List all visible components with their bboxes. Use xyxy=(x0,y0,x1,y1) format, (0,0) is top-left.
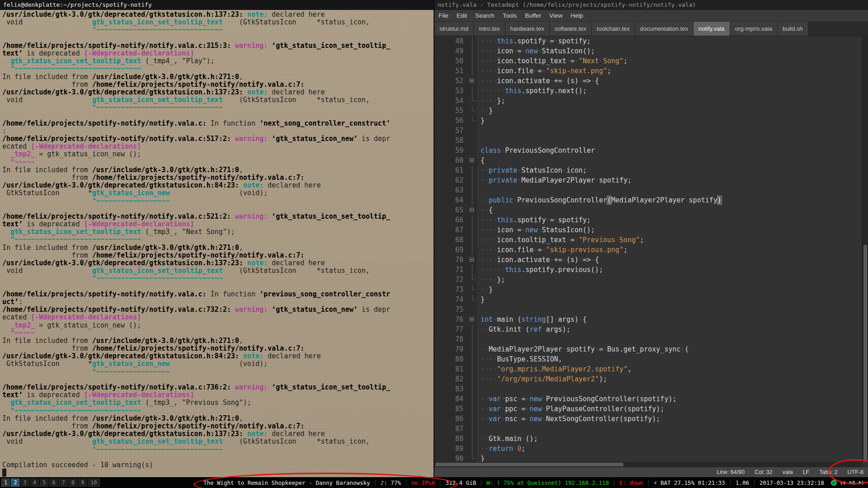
code-line[interactable]: 56} xyxy=(434,116,862,126)
tab-hardware-tex[interactable]: hardware.tex xyxy=(505,22,550,36)
code-line[interactable]: 54····}; xyxy=(434,96,862,106)
code-line[interactable]: 51····icon.file·=·"skip-next.png"; xyxy=(434,66,862,76)
code-text: ····icon·=·new·StatusIcon(); xyxy=(477,225,595,235)
code-line[interactable]: 64··public·PreviousSongController(MediaP… xyxy=(434,195,862,205)
horizontal-scrollbar-thumb[interactable] xyxy=(435,463,623,466)
code-line[interactable]: 72····}; xyxy=(434,275,862,285)
code-line[interactable]: 65··{ xyxy=(434,205,862,215)
code-line[interactable]: 78 xyxy=(434,334,862,344)
editor-titlebar[interactable]: notify.vala - Textadept (/home/felix/pro… xyxy=(434,0,868,10)
code-line[interactable]: 76int·main·(string[]·args)·{ xyxy=(434,314,862,324)
workspace-button-4[interactable]: 4 xyxy=(30,479,39,487)
code-line[interactable]: 53······this.spotify.next(); xyxy=(434,86,862,96)
line-number: 85 xyxy=(434,404,468,414)
terminal-titlebar[interactable]: felix@denkplatte:~/projects/spotify-noti… xyxy=(0,0,434,10)
tab-toolchain-tex[interactable]: toolchain.tex xyxy=(592,22,635,36)
menu-buffer[interactable]: Buffer xyxy=(521,10,545,21)
code-line[interactable]: 49····icon·=·new·StatusIcon(); xyxy=(434,46,862,56)
code-line[interactable]: 60{ xyxy=(434,155,862,165)
fold-marker[interactable] xyxy=(468,76,477,86)
terminal-output[interactable]: /usr/include/gtk-3.0/gtk/deprecated/gtks… xyxy=(0,10,434,477)
code-line[interactable]: 71······this.spotify.previous(); xyxy=(434,265,862,275)
code-line[interactable]: 84··var·psc·=·new·PreviousSongController… xyxy=(434,394,862,404)
code-line[interactable]: 80····BusType.SESSION, xyxy=(434,354,862,364)
line-number: 70 xyxy=(434,255,468,265)
code-line[interactable]: 48····this.spotify·=·spotify; xyxy=(434,36,862,46)
code-line[interactable]: 90} xyxy=(434,454,862,462)
workspace-button-7[interactable]: 7 xyxy=(59,479,67,487)
fold-marker[interactable] xyxy=(468,255,477,265)
status-clock: 2017-03-13 23:32:18 xyxy=(754,479,829,486)
code-line[interactable]: 87 xyxy=(434,424,862,434)
code-line[interactable]: 52····icon.activate·+=·(s)·=>·{ xyxy=(434,76,862,86)
line-number: 51 xyxy=(434,66,468,76)
workspace-button-9[interactable]: 9 xyxy=(78,479,87,487)
code-line[interactable]: 75 xyxy=(434,305,862,314)
workspace-button-3[interactable]: 3 xyxy=(20,479,29,487)
skip-next-tray-icon[interactable] xyxy=(858,479,864,486)
code-line[interactable]: 88··Gtk.main·(); xyxy=(434,434,862,444)
code-line[interactable]: 70····icon.activate·+=·(s)·=>·{ xyxy=(434,255,862,265)
tab-org-mpris-vala[interactable]: org-mpris.vala xyxy=(730,22,778,36)
code-line[interactable]: 74} xyxy=(434,295,862,305)
code-line[interactable]: 85··var·ppc·=·new·PlayPauseController(sp… xyxy=(434,404,862,414)
horizontal-scrollbar[interactable] xyxy=(434,462,862,467)
workspace-button-2[interactable]: 2 xyxy=(11,479,19,487)
code-text: ··var·nsc·=·new·NextSongController(spoti… xyxy=(477,414,660,424)
line-number: 80 xyxy=(434,354,468,364)
code-line[interactable]: 62··private·MediaPlayer2Player·spotify; xyxy=(434,175,862,185)
code-line[interactable]: 73··} xyxy=(434,285,862,295)
code-line[interactable]: 67····icon·=·new·StatusIcon(); xyxy=(434,225,862,235)
status-encoding: UTF-8 xyxy=(848,469,863,475)
spotify-tray-icon[interactable] xyxy=(830,479,837,486)
fold-marker xyxy=(468,225,477,235)
menu-edit[interactable]: Edit xyxy=(453,10,471,21)
menu-view[interactable]: View xyxy=(545,10,566,21)
code-line[interactable]: 55··} xyxy=(434,106,862,116)
code-line[interactable]: 69····icon.file·=·"skip-previous.png"; xyxy=(434,245,862,255)
tab-intro-tex[interactable]: intro.tex xyxy=(474,22,505,36)
workspace-button-5[interactable]: 5 xyxy=(40,479,48,487)
code-line[interactable]: 89··return·0; xyxy=(434,444,862,454)
code-line[interactable]: 50····icon.tooltip_text·=·"Next·Song"; xyxy=(434,56,862,66)
workspace-button-10[interactable]: 10 xyxy=(88,479,99,487)
terminal-line: /usr/include/gtk-3.0/gtk/deprecated/gtks… xyxy=(2,352,434,360)
vertical-scrollbar-thumb[interactable] xyxy=(863,245,867,462)
play-pause-tray-icon[interactable] xyxy=(849,479,855,486)
workspace-button-6[interactable]: 6 xyxy=(49,479,58,487)
menu-search[interactable]: Search xyxy=(471,10,499,21)
fold-marker[interactable] xyxy=(468,205,477,215)
code-line[interactable]: 86··var·nsc·=·new·NextSongController(spo… xyxy=(434,414,862,424)
code-line[interactable]: 82····"/org/mpris/MediaPlayer2"); xyxy=(434,374,862,384)
workspace-button-1[interactable]: 1 xyxy=(1,479,10,487)
code-line[interactable]: 77··Gtk.init·(ref·args); xyxy=(434,324,862,334)
code-line[interactable]: 79··MediaPlayer2Player·spotify·=·Bus.get… xyxy=(434,344,862,354)
vertical-scrollbar[interactable] xyxy=(862,36,868,462)
terminal-line xyxy=(2,376,434,384)
code-line[interactable]: 58 xyxy=(434,136,862,145)
code-line[interactable]: 81····"org.mpris.MediaPlayer2.spotify", xyxy=(434,364,862,374)
code-line[interactable]: 61··private·StatusIcon·icon; xyxy=(434,165,862,175)
terminal-line: GtkStatusIcon *gtk_status_icon_new (void… xyxy=(2,189,434,197)
menu-help[interactable]: Help xyxy=(566,10,587,21)
tab-documentation-tex[interactable]: documentation.tex xyxy=(635,22,693,36)
fold-marker[interactable] xyxy=(468,155,477,165)
terminal-line: Compilation succeeded - 10 warning(s) xyxy=(2,461,434,469)
workspace-button-8[interactable]: 8 xyxy=(69,479,77,487)
code-line[interactable]: 59class·PreviousSongController xyxy=(434,145,862,155)
fold-marker[interactable] xyxy=(468,314,477,324)
menu-tools[interactable]: Tools xyxy=(499,10,521,21)
code-line[interactable]: 63 xyxy=(434,185,862,195)
code-line[interactable]: 83 xyxy=(434,384,862,394)
skip-previous-tray-icon[interactable] xyxy=(840,479,846,486)
code-line[interactable]: 57 xyxy=(434,126,862,136)
tab-build-sh[interactable]: build.sh xyxy=(778,22,808,36)
code-area[interactable]: 48····this.spotify·=·spotify;49····icon·… xyxy=(434,36,862,462)
code-line[interactable]: 66····this.spotify·=·spotify; xyxy=(434,215,862,225)
tab-software-tex[interactable]: software.tex xyxy=(550,22,592,36)
tab-struktur-md[interactable]: struktur.md xyxy=(434,22,474,36)
code-line[interactable]: 68····icon.tooltip_text·=·"Previous·Song… xyxy=(434,235,862,245)
menu-file[interactable]: File xyxy=(434,10,453,21)
status-volume: ♪: 77% xyxy=(375,479,406,486)
tab-notify-vala[interactable]: notify.vala xyxy=(693,22,730,36)
